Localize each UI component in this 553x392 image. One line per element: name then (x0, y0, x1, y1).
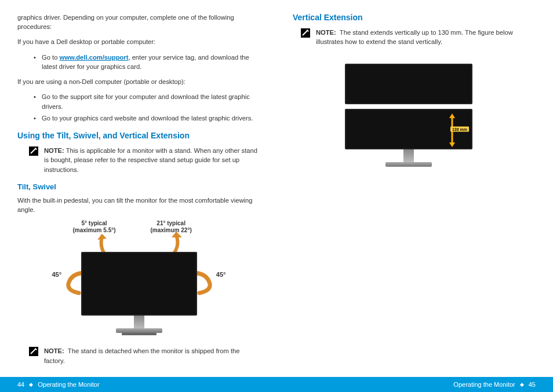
tilt-back-label: 5° typical (maximum 5.5°) (73, 220, 116, 234)
note-stand-detached: NOTE: The stand is detached when the mon… (29, 346, 260, 365)
tilt-arrow-forward-icon (166, 230, 183, 254)
note-text: NOTE: The stand is detached when the mon… (44, 346, 260, 365)
monitor-lowered: 130 mm (345, 109, 472, 149)
note-text: NOTE: This is applicable for a monitor w… (44, 146, 260, 174)
nondell-intro: If you are using a non-Dell computer (po… (17, 77, 260, 86)
note-label: NOTE: (44, 347, 64, 354)
nondell-bullet-1: Go to the support site for your computer… (34, 92, 260, 111)
page-right: Vertical Extension NOTE: The stand exten… (276, 0, 553, 392)
footer-left: 44 ◆ Operating the Monitor (0, 377, 276, 392)
monitor-raised (345, 64, 472, 104)
note-label: NOTE: (44, 147, 64, 154)
section-tilt-swivel-ext-heading: Using the Tilt, Swivel, and Vertical Ext… (17, 131, 260, 140)
monitor-illustration (81, 252, 197, 335)
figure-vertical-extension: 130 mm (345, 64, 472, 167)
tilt-arrow-back-icon (95, 233, 112, 254)
figure-tilt-swivel: 5° typical (maximum 5.5°) 21° typical (m… (52, 220, 226, 342)
note-icon (29, 146, 38, 156)
note-body: The stand is detached when the monitor i… (44, 347, 239, 364)
section-vertical-extension-heading: Vertical Extension (293, 13, 536, 22)
nondell-bullet-2: Go to your graphics card website and dow… (34, 113, 260, 123)
note-icon (301, 28, 310, 38)
note-vertical-extension: NOTE: The stand extends vertically up to… (301, 28, 536, 46)
footer-title: Operating the Monitor (38, 381, 99, 388)
dell-bullet: Go to www.dell.com/support, enter your s… (34, 53, 260, 71)
note-icon (29, 347, 38, 356)
footer-right: Operating the Monitor ◆ 45 (276, 377, 553, 392)
note-body: This is applicable for a monitor with a … (44, 147, 257, 173)
footer-diamond-icon: ◆ (520, 382, 524, 387)
height-label: 130 mm (450, 127, 469, 132)
footer-title: Operating the Monitor (453, 381, 515, 388)
page-number: 45 (529, 381, 536, 388)
intro-text: graphics driver. Depending on your compu… (17, 13, 260, 31)
page-number: 44 (17, 381, 24, 388)
swivel-right-label: 45° (216, 271, 226, 278)
nondell-list: Go to the support site for your computer… (17, 92, 260, 123)
footer-diamond-icon: ◆ (29, 382, 33, 387)
section-tilt-swivel-heading: Tilt, Swivel (17, 182, 260, 191)
note-stand-applicable: NOTE: This is applicable for a monitor w… (29, 146, 260, 174)
swivel-left-label: 45° (52, 271, 62, 278)
dell-list: Go to www.dell.com/support, enter your s… (17, 53, 260, 71)
dell-intro: If you have a Dell desktop or portable c… (17, 37, 260, 46)
note-label: NOTE: (316, 29, 336, 36)
note-text: NOTE: The stand extends vertically up to… (316, 28, 536, 46)
dell-bullet-pre: Go to (42, 54, 59, 61)
manual-spread: graphics driver. Depending on your compu… (0, 0, 553, 392)
tilt-body: With the built-in pedestal, you can tilt… (17, 196, 260, 214)
page-left: graphics driver. Depending on your compu… (0, 0, 276, 392)
note-body: The stand extends vertically up to 130 m… (316, 29, 513, 45)
dell-support-link[interactable]: www.dell.com/support (59, 54, 128, 61)
